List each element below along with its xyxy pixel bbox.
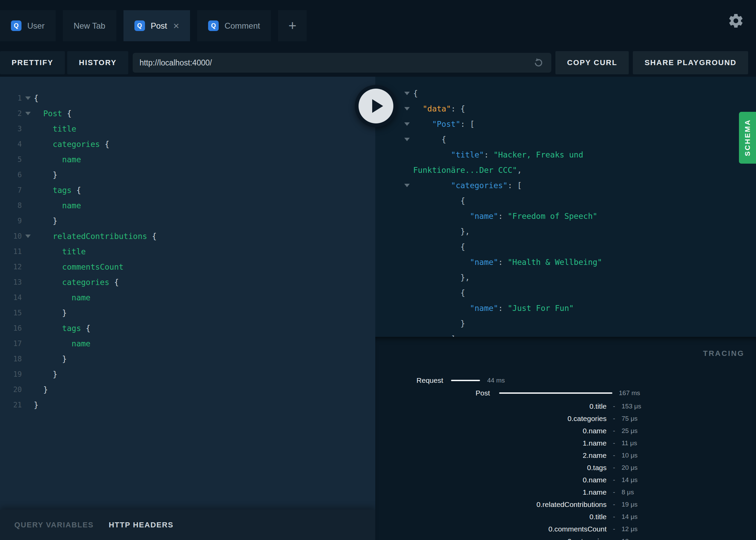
copy-curl-button[interactable]: COPY CURL <box>555 51 629 74</box>
trace-resolver-row: 1.name-8 μs <box>375 486 756 498</box>
query-editor-line: 8 name <box>0 198 375 213</box>
query-editor-line: 13 categories { <box>0 274 375 290</box>
collapse-arrow-icon[interactable] <box>25 96 31 100</box>
trace-resolver-row: 0.title-153 μs <box>375 400 756 412</box>
resolver-path: 1.name <box>375 439 607 447</box>
trace-resolver-row: 2.name-10 μs <box>375 449 756 462</box>
execute-button[interactable] <box>355 85 397 127</box>
response-line-code: "Post": [ <box>413 120 475 129</box>
response-line: "name": "Just For Fun" <box>375 300 756 316</box>
fold-slot <box>401 122 413 126</box>
query-line-code: } <box>34 370 57 379</box>
query-variables-tab[interactable]: QUERY VARIABLES <box>14 521 94 529</box>
query-line-code: commentsCount <box>34 262 123 271</box>
tab-user[interactable]: QUser <box>0 10 56 41</box>
trace-span-request: Request44 ms <box>375 375 505 386</box>
query-editor-line: 16 tags { <box>0 320 375 336</box>
reload-icon[interactable] <box>532 57 544 69</box>
line-number: 3 <box>0 125 22 133</box>
query-editor-line: 4 categories { <box>0 136 375 152</box>
fold-slot <box>401 138 413 141</box>
resolver-path: 2.name <box>375 451 607 460</box>
resolver-path: 1.name <box>375 488 607 496</box>
response-line: "data": { <box>375 101 756 116</box>
response-viewer[interactable]: { "data": { "Post": [ { "title": "Hacker… <box>375 77 756 337</box>
collapse-arrow-icon[interactable] <box>404 138 410 141</box>
resolver-duration: 25 μs <box>622 427 638 435</box>
response-line-code: "title": "Hacker, Freaks und <box>413 150 583 159</box>
collapse-arrow-icon[interactable] <box>25 112 31 115</box>
url-input[interactable] <box>140 58 532 68</box>
collapse-arrow-icon[interactable] <box>25 235 31 238</box>
trace-span-duration: 167 ms <box>619 389 640 397</box>
response-line: "categories": [ <box>375 178 756 193</box>
query-line-code: categories { <box>34 278 119 287</box>
response-json: { "data": { "Post": [ { "title": "Hacker… <box>375 86 756 337</box>
response-line: ] <box>375 331 756 337</box>
resolver-path: 0.title <box>375 513 607 521</box>
tab-new-tab[interactable]: New Tab <box>63 10 116 41</box>
tabs: QUserNew TabQPost×QComment <box>0 10 271 41</box>
share-playground-button[interactable]: SHARE PLAYGROUND <box>633 51 748 74</box>
resolver-dash: - <box>607 403 622 410</box>
response-line: { <box>375 193 756 208</box>
collapse-arrow-icon[interactable] <box>404 122 410 126</box>
schema-tab[interactable]: SCHEMA <box>739 112 756 164</box>
query-line-code: title <box>34 124 76 133</box>
query-line-code: Post { <box>34 109 72 118</box>
collapse-arrow-icon[interactable] <box>404 92 410 95</box>
query-line-code: categories { <box>34 140 110 149</box>
trace-resolver-row: 0.categories-13 μs <box>375 535 756 540</box>
resolver-duration: 14 μs <box>622 476 638 484</box>
tab-comment[interactable]: QComment <box>197 10 271 41</box>
resolver-duration: 12 μs <box>622 525 638 533</box>
fold-slot <box>401 184 413 187</box>
resolver-duration: 19 μs <box>622 501 638 508</box>
resolver-path: 0.title <box>375 402 607 410</box>
response-line: } <box>375 316 756 331</box>
response-line-code: { <box>413 196 465 205</box>
editor-footer: QUERY VARIABLES HTTP HEADERS <box>0 510 375 540</box>
tab-post[interactable]: QPost× <box>123 10 190 41</box>
toolbar: PRETTIFY HISTORY COPY CURL SHARE PLAYGRO… <box>0 49 756 77</box>
settings-button[interactable] <box>727 12 744 29</box>
query-editor[interactable]: 1{2 Post {3 title4 categories {5 name6 }… <box>0 77 375 510</box>
response-line-code: { <box>413 242 465 251</box>
prettify-button[interactable]: PRETTIFY <box>0 51 65 74</box>
query-editor-line: 7 tags { <box>0 182 375 198</box>
tab-label: User <box>27 21 45 31</box>
fold-slot <box>22 235 34 238</box>
resolver-path: 0.relatedContributions <box>375 500 607 509</box>
line-number: 4 <box>0 140 22 148</box>
line-number: 10 <box>0 232 22 240</box>
line-number: 15 <box>0 309 22 317</box>
response-line: "name": "Freedom of Speech" <box>375 208 756 224</box>
collapse-arrow-icon[interactable] <box>404 107 410 110</box>
query-editor-line: 1{ <box>0 90 375 106</box>
resolver-dash: - <box>607 476 622 484</box>
collapse-arrow-icon[interactable] <box>404 184 410 187</box>
query-line-code: name <box>34 201 81 210</box>
line-number: 2 <box>0 109 22 118</box>
query-badge: Q <box>134 20 145 31</box>
resolver-duration: 20 μs <box>622 464 638 471</box>
close-tab-icon[interactable]: × <box>173 21 179 31</box>
resolver-duration: 14 μs <box>622 513 638 521</box>
fold-slot <box>22 112 34 115</box>
http-headers-tab[interactable]: HTTP HEADERS <box>109 521 174 529</box>
resolver-dash: - <box>607 415 622 422</box>
query-line-code: } <box>34 401 39 409</box>
response-line: "Post": [ <box>375 116 756 132</box>
tracing-panel: TRACING Request44 msPost167 ms 0.title-1… <box>375 337 756 540</box>
new-tab-button[interactable]: + <box>278 10 307 41</box>
url-bar <box>133 53 551 73</box>
resolver-dash: - <box>607 513 622 521</box>
line-number: 1 <box>0 94 22 102</box>
line-number: 14 <box>0 294 22 302</box>
query-editor-line: 5 name <box>0 152 375 167</box>
query-line-code: name <box>34 155 81 164</box>
history-button[interactable]: HISTORY <box>67 51 128 74</box>
query-line-code: tags { <box>34 186 81 195</box>
response-line-code: Funktionäre...Der CCC", <box>413 166 522 175</box>
query-line-code: } <box>34 385 48 394</box>
